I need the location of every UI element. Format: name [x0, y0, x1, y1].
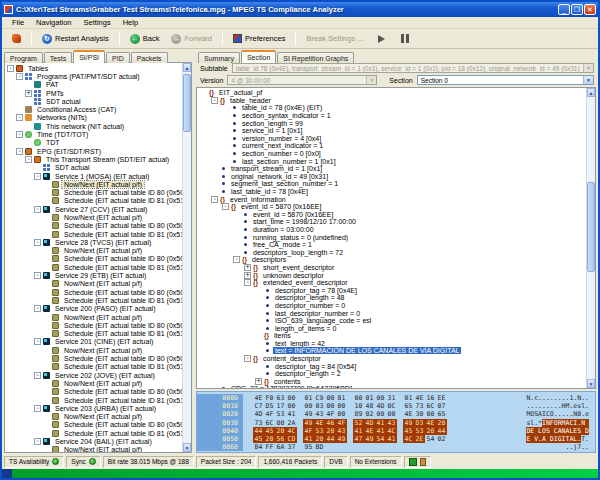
collapse-icon[interactable]: -	[34, 405, 41, 412]
play-button[interactable]	[378, 35, 385, 43]
hex-byte[interactable]: 00	[375, 410, 386, 418]
hex-byte[interactable]: C9	[314, 394, 325, 402]
hex-byte[interactable]: 53	[275, 410, 286, 418]
hex-byte[interactable]: 46	[325, 419, 336, 427]
hex-byte[interactable]: 4E	[364, 427, 375, 435]
close-button[interactable]: ✕	[584, 4, 596, 15]
collapse-icon[interactable]: -	[34, 239, 41, 246]
tree-item-label[interactable]: Schedule (EIT actual table ID 80 (0x50))	[62, 222, 182, 229]
hex-byte[interactable]: 00	[336, 410, 347, 418]
tree-item-label[interactable]: Service 1 (MOSA) (EIT actual)	[53, 173, 151, 180]
detail-item-label[interactable]: length_of_items = 0	[273, 325, 338, 332]
expand-icon[interactable]: +	[255, 378, 262, 385]
collapse-icon[interactable]: -	[25, 156, 32, 163]
hex-byte[interactable]: 00	[286, 402, 297, 410]
detail-item-label[interactable]: original_network_id = 49 [0x31]	[229, 173, 330, 180]
collapse-icon[interactable]: -	[34, 372, 41, 379]
hex-byte[interactable]: 49	[364, 435, 375, 443]
tree-item-label[interactable]: Schedule (EIT actual table ID 81 (0x51))	[62, 430, 182, 437]
hex-byte[interactable]: 43	[386, 419, 397, 427]
detail-item-label[interactable]: descriptor_length = 2	[273, 370, 343, 377]
tree-item-label[interactable]: SDT actual	[53, 164, 92, 171]
hex-byte[interactable]: 73	[414, 402, 425, 410]
tree-item-label[interactable]: Schedule (EIT actual table ID 81 (0x51))	[62, 363, 182, 370]
tree-item-label[interactable]: PMTs	[44, 90, 66, 97]
hex-byte[interactable]: 4D	[253, 410, 264, 418]
detail-item-label[interactable]: event_id = 5870 [0x16EE]	[251, 211, 335, 218]
expand-icon[interactable]: +	[25, 90, 32, 97]
detail-item-label[interactable]: text_length = 42	[273, 340, 327, 347]
hex-byte[interactable]: 01	[403, 394, 414, 402]
detail-item-label[interactable]: contents	[272, 378, 302, 385]
detail-item-label[interactable]: section_length = 99	[240, 120, 305, 127]
tree-item-label[interactable]: Schedule (EIT actual table ID 80 (0x50))	[62, 322, 182, 329]
detail-item-label[interactable]: ISO_639_language_code = esl	[273, 317, 373, 324]
detail-item-label[interactable]: last_table_id = 78 [0x4E]	[229, 188, 310, 195]
tab-packets[interactable]: Packets	[131, 52, 168, 63]
section-combo[interactable]: Section 0 ▼	[417, 75, 594, 85]
detail-item-label[interactable]: descriptor_length = 48	[273, 294, 346, 301]
detail-item-label[interactable]: duration = 03:00:00	[251, 226, 316, 233]
hex-byte[interactable]: 01	[364, 394, 375, 402]
scrollbar-thumb[interactable]	[183, 74, 191, 132]
detail-item-label[interactable]: text = INFORMACIÓN DE LOS CANALES DE VÍA…	[273, 347, 461, 354]
detail-item-label[interactable]: extended_event_descriptor	[261, 279, 349, 286]
hex-byte[interactable]: 41	[375, 427, 386, 435]
detail-item-label[interactable]: last_section_number = 1 [0x1]	[240, 158, 338, 165]
tab-si-repetition-graphs[interactable]: SI Repetition Graphs	[277, 52, 354, 63]
hex-byte[interactable]: 2E	[414, 435, 425, 443]
hex-byte[interactable]: 44	[253, 427, 264, 435]
hex-byte[interactable]: 4E	[314, 419, 325, 427]
tab-pid[interactable]: PID	[106, 52, 130, 63]
tree-item-label[interactable]: This network (NIT actual)	[44, 123, 126, 130]
tab-summary[interactable]: Summary	[198, 52, 240, 63]
detail-item-label[interactable]: event_id = 5870 [0x16EE]	[239, 203, 323, 210]
tree-item-label[interactable]: Tables	[26, 65, 50, 72]
tree-item-label[interactable]: Programs (PAT/PMT/SDT actual)	[35, 73, 142, 80]
scrollbar-track[interactable]	[183, 72, 191, 443]
hex-byte[interactable]: 48	[364, 402, 375, 410]
hex-byte[interactable]: 00	[286, 394, 297, 402]
tree-item-label[interactable]: Schedule (EIT actual table ID 80 (0x50))	[62, 189, 182, 196]
detail-item-label[interactable]: EIT_actual_pf	[217, 89, 264, 96]
tree-item-label[interactable]: Schedule (EIT actual table ID 81 (0x51))	[62, 264, 182, 271]
scroll-down-icon[interactable]: ▼	[183, 443, 191, 452]
hex-byte[interactable]: 17	[275, 402, 286, 410]
tree-item-label[interactable]: Now/Next (EIT actual p/f)	[62, 413, 144, 420]
collapse-icon[interactable]: -	[233, 256, 240, 263]
restore-button[interactable]: ❐	[571, 4, 583, 15]
collapse-icon[interactable]: -	[222, 203, 229, 210]
detail-item-label[interactable]: CRC_32 = 1782027709 [0x6A3795BD]	[229, 385, 354, 388]
collapse-icon[interactable]: -	[7, 65, 14, 72]
hex-byte[interactable]: CD	[286, 435, 297, 443]
detail-item-label[interactable]: running_status = 0 (undefined)	[251, 234, 350, 241]
collapse-icon[interactable]: -	[34, 338, 41, 345]
hex-byte[interactable]: 00	[325, 394, 336, 402]
detail-item-label[interactable]: descriptors_loop_length = 72	[251, 249, 345, 256]
collapse-icon[interactable]: -	[34, 173, 41, 180]
tree-item-label[interactable]: Schedule (EIT actual table ID 81 (0x51))	[62, 197, 182, 204]
hex-byte[interactable]: 56	[275, 435, 286, 443]
hex-byte[interactable]: 49	[303, 410, 314, 418]
hex-byte[interactable]: 00	[303, 402, 314, 410]
hex-byte[interactable]: 45	[253, 435, 264, 443]
hex-byte[interactable]: 63	[275, 394, 286, 402]
hex-byte[interactable]: 00	[336, 402, 347, 410]
hex-byte[interactable]: 4E	[414, 394, 425, 402]
tree-item-label[interactable]: Now/Next (EIT actual p/f)	[62, 280, 144, 287]
tree-item-label[interactable]: Service 204 (BAIL) (EIT actual)	[53, 438, 154, 445]
hex-byte[interactable]: 73	[253, 419, 264, 427]
detail-item-label[interactable]: version_number = 4 [0x4]	[240, 135, 323, 142]
hex-byte[interactable]: 89	[353, 410, 364, 418]
tab-section[interactable]: Section	[241, 50, 276, 63]
hex-byte[interactable]: 00	[375, 394, 386, 402]
tree-item-label[interactable]: Networks (NITs)	[35, 114, 89, 121]
hex-byte[interactable]: FF	[264, 443, 275, 451]
hex-byte[interactable]: 4D	[364, 419, 375, 427]
tree-item-label[interactable]: Schedule (EIT actual table ID 81 (0x51))	[62, 297, 182, 304]
scroll-up-icon[interactable]: ▲	[587, 88, 595, 97]
hex-byte[interactable]: 65	[403, 402, 414, 410]
hex-byte[interactable]: 00	[325, 402, 336, 410]
hex-byte[interactable]: 16	[425, 394, 436, 402]
collapse-icon[interactable]: -	[16, 148, 23, 155]
